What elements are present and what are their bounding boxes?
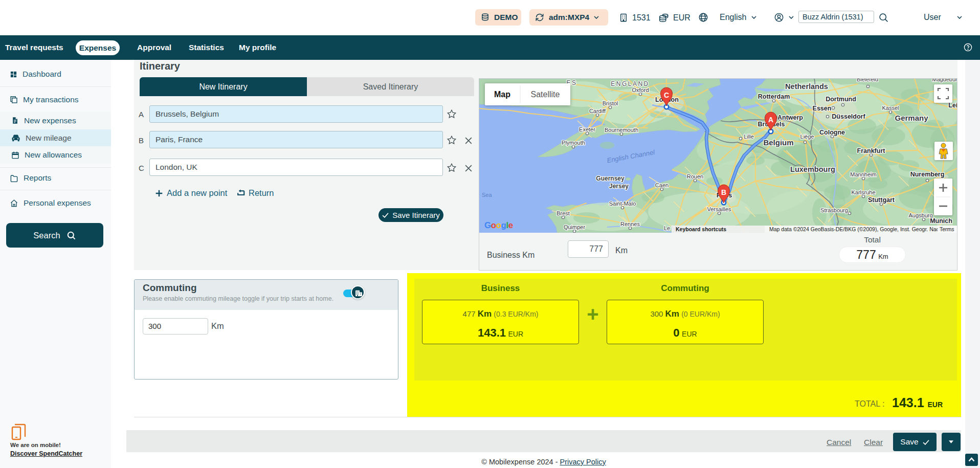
svg-text:Jersey: Jersey: [609, 183, 629, 190]
svg-text:Germany: Germany: [895, 114, 928, 122]
svg-text:Augsburg: Augsburg: [908, 212, 932, 218]
svg-text:Stuttgart: Stuttgart: [868, 196, 895, 204]
svg-text:Map data ©2024 GeoBasis-DE/BKG: Map data ©2024 GeoBasis-DE/BKG (©2009), …: [769, 226, 950, 232]
svg-text:Terms: Terms: [940, 226, 954, 232]
svg-text:Plymouth: Plymouth: [562, 140, 585, 146]
svg-text:Lille: Lille: [744, 133, 754, 140]
svg-text:Brest: Brest: [556, 210, 570, 216]
svg-text:A: A: [768, 116, 773, 124]
svg-text:Nuremberg: Nuremberg: [910, 171, 945, 178]
svg-text:Rouen: Rouen: [687, 173, 703, 180]
svg-text:Sea: Sea: [482, 192, 492, 198]
svg-text:Belgium: Belgium: [763, 138, 793, 147]
svg-text:Caen: Caen: [655, 182, 669, 188]
svg-text:Guernsey: Guernsey: [596, 175, 625, 182]
svg-text:Keyboard shortcuts: Keyboard shortcuts: [676, 226, 726, 232]
svg-text:Quimper: Quimper: [564, 224, 586, 230]
svg-text:Exeter: Exeter: [579, 126, 595, 132]
svg-text:Saint-Malo: Saint-Malo: [609, 200, 636, 207]
svg-text:Antwerp: Antwerp: [777, 114, 803, 121]
svg-text:Düsseldorf: Düsseldorf: [832, 113, 865, 120]
svg-text:Versailles: Versailles: [707, 206, 731, 212]
svg-text:Netherlands: Netherlands: [785, 82, 828, 91]
svg-text:Oxford: Oxford: [632, 87, 649, 93]
svg-text:B: B: [721, 188, 726, 196]
svg-text:Luxembourg: Luxembourg: [790, 165, 835, 173]
svg-text:Satellite: Satellite: [531, 90, 560, 99]
svg-text:Cardiff: Cardiff: [589, 108, 606, 114]
svg-text:C: C: [664, 91, 669, 99]
svg-text:Karlsruhe: Karlsruhe: [851, 189, 875, 195]
svg-text:Mannheim: Mannheim: [850, 171, 876, 177]
svg-text:Bristol: Bristol: [603, 100, 618, 106]
svg-text:Strasbourg: Strasbourg: [820, 207, 848, 213]
svg-text:Munich: Munich: [930, 217, 952, 225]
svg-text:Essen: Essen: [813, 105, 832, 112]
svg-text:Liège: Liège: [800, 133, 814, 140]
svg-text:Cologne: Cologne: [819, 129, 845, 136]
svg-text:ENGLAND: ENGLAND: [611, 80, 650, 87]
svg-text:Kassel: Kassel: [882, 105, 899, 111]
svg-text:Rotterdam: Rotterdam: [758, 93, 790, 100]
svg-text:Bielefeld: Bielefeld: [857, 79, 878, 82]
svg-text:Leip: Leip: [948, 102, 957, 109]
svg-text:Bournemouth: Bournemouth: [605, 127, 638, 133]
svg-text:Google: Google: [484, 220, 513, 230]
svg-text:Dortmund: Dortmund: [826, 96, 856, 103]
svg-text:Rennes: Rennes: [620, 221, 640, 227]
svg-text:Magdebur: Magdebur: [932, 79, 957, 82]
svg-text:Frankfurt: Frankfurt: [857, 147, 886, 154]
svg-text:Map: Map: [494, 90, 510, 99]
